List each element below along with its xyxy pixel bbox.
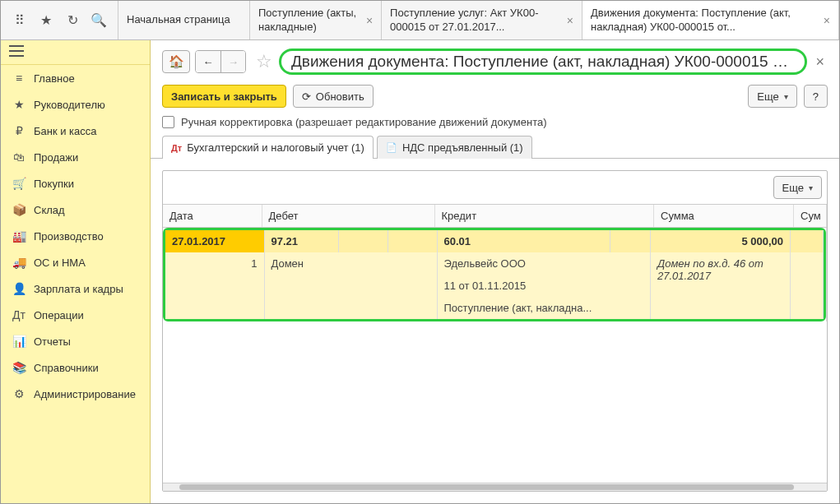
register-tab-label: НДС предъявленный (1) bbox=[402, 141, 523, 154]
cell-debit-acc: 97.21 bbox=[264, 230, 338, 252]
sidebar-item[interactable]: 📦Склад bbox=[1, 197, 150, 223]
table-row[interactable]: 27.01.2017 97.21 60.01 5 000,00 bbox=[165, 230, 824, 252]
sidebar-item[interactable]: 🚚ОС и НМА bbox=[1, 249, 150, 275]
sidebar-item[interactable]: 📚Справочники bbox=[1, 354, 150, 381]
sidebar-item-label: Зарплата и кадры bbox=[34, 283, 123, 295]
horizontal-scrollbar[interactable] bbox=[163, 483, 827, 491]
manual-edit-checkbox[interactable] bbox=[162, 116, 174, 128]
page-title: Движения документа: Поступление (акт, на… bbox=[279, 49, 807, 75]
movements-grid[interactable]: Дата Дебет Кредит Сумма Сум bbox=[163, 204, 827, 321]
sidebar-item-icon: Дт bbox=[12, 308, 26, 321]
sidebar-item-icon: ≡ bbox=[12, 72, 26, 85]
sidebar-item-icon: ★ bbox=[12, 98, 26, 111]
sidebar-item[interactable]: 📊Отчеты bbox=[1, 328, 150, 354]
close-tab-icon[interactable]: × bbox=[824, 14, 830, 27]
cell-credit-sub3: Поступление (акт, накладна... bbox=[437, 297, 651, 319]
sidebar-item-icon: 🚚 bbox=[12, 256, 26, 269]
refresh-button[interactable]: ⟳Обновить bbox=[293, 85, 374, 108]
sidebar-item-icon: 🛍 bbox=[12, 150, 26, 164]
cell-debit-sub1: Домен bbox=[264, 252, 437, 275]
sidebar-item-label: Справочники bbox=[34, 362, 99, 374]
table-row[interactable]: 1 Домен Эдельвейс ООО Домен по вх.д. 46 … bbox=[165, 252, 824, 275]
sidebar-item-icon: 📊 bbox=[12, 335, 26, 348]
window-tab[interactable]: Поступление (акты, накладные)× bbox=[250, 1, 382, 39]
tab-label: Начальная страница bbox=[127, 13, 230, 26]
nav-back-forward: ← → bbox=[195, 50, 246, 73]
sidebar-item-icon: 📦 bbox=[12, 203, 26, 216]
manual-edit-label: Ручная корректировка (разрешает редактир… bbox=[181, 116, 547, 128]
sidebar-item[interactable]: 🛒Покупки bbox=[1, 170, 150, 197]
sidebar-item[interactable]: 👤Зарплата и кадры bbox=[1, 275, 150, 302]
search-icon[interactable]: 🔍 bbox=[91, 13, 106, 28]
cell-date: 27.01.2017 bbox=[165, 230, 264, 252]
history-icon[interactable]: ↻ bbox=[65, 13, 80, 28]
col-credit[interactable]: Кредит bbox=[434, 205, 653, 228]
register-tab-label: Бухгалтерский и налоговый учет (1) bbox=[187, 141, 364, 154]
register-tab[interactable]: 📄НДС предъявленный (1) bbox=[377, 136, 532, 159]
cell-credit-sub2: 11 от 01.11.2015 bbox=[437, 275, 651, 297]
sidebar-item-label: Банк и касса bbox=[34, 125, 97, 137]
sidebar-item-label: Главное bbox=[34, 72, 75, 85]
favorite-star-icon[interactable]: ★ bbox=[39, 13, 53, 28]
cell-credit-acc: 60.01 bbox=[437, 230, 610, 252]
sidebar-item-icon: 👤 bbox=[12, 282, 26, 295]
sidebar-item-label: Операции bbox=[34, 309, 84, 321]
sidebar-item[interactable]: ★Руководителю bbox=[1, 91, 150, 118]
grid-more-label: Еще bbox=[782, 182, 804, 194]
sidebar-item[interactable]: ДтОперации bbox=[1, 302, 150, 328]
sidebar-item-label: Производство bbox=[34, 230, 104, 243]
register-tab[interactable]: ДтБухгалтерский и налоговый учет (1) bbox=[162, 136, 374, 159]
sidebar-item-label: Руководителю bbox=[34, 99, 105, 111]
home-button[interactable]: 🏠 bbox=[162, 50, 190, 73]
cell-sum: 5 000,00 bbox=[651, 230, 791, 252]
col-sum-extra[interactable]: Сум bbox=[794, 205, 827, 228]
save-and-close-label: Записать и закрыть bbox=[171, 90, 277, 103]
help-button[interactable]: ? bbox=[804, 85, 828, 108]
sidebar-item-label: Администрирование bbox=[34, 388, 136, 400]
window-tab[interactable]: Движения документа: Поступление (акт, на… bbox=[582, 1, 839, 39]
sidebar-item-icon: 🏭 bbox=[12, 229, 26, 243]
sidebar-item[interactable]: 🏭Производство bbox=[1, 223, 150, 249]
nav-back-button[interactable]: ← bbox=[196, 51, 220, 72]
save-and-close-button[interactable]: Записать и закрыть bbox=[162, 85, 286, 108]
chevron-down-icon: ▾ bbox=[784, 92, 788, 101]
sidebar-item[interactable]: ⚙Администрирование bbox=[1, 381, 150, 407]
apps-grid-icon[interactable]: ⠿ bbox=[12, 13, 27, 28]
close-form-button[interactable]: × bbox=[812, 53, 828, 71]
cell-credit-sub1: Эдельвейс ООО bbox=[437, 252, 651, 275]
sidebar-item[interactable]: ₽Банк и касса bbox=[1, 118, 150, 144]
sidebar-item[interactable]: ≡Главное bbox=[1, 65, 150, 91]
document-icon: 📄 bbox=[386, 142, 397, 153]
sidebar-item-label: Склад bbox=[34, 204, 65, 216]
tab-label: Поступление услуг: Акт УК00-000015 от 27… bbox=[390, 7, 560, 34]
menu-icon bbox=[9, 45, 24, 57]
cell-line-no: 1 bbox=[165, 252, 264, 275]
window-tab[interactable]: Начальная страница bbox=[118, 1, 250, 39]
window-tab[interactable]: Поступление услуг: Акт УК00-000015 от 27… bbox=[382, 1, 582, 39]
close-tab-icon[interactable]: × bbox=[366, 14, 373, 27]
sidebar-item-label: Отчеты bbox=[34, 335, 71, 348]
cell-comment: Домен по вх.д. 46 от 27.01.2017 bbox=[651, 252, 791, 319]
sidebar-toggle[interactable] bbox=[1, 40, 150, 65]
col-sum[interactable]: Сумма bbox=[654, 205, 794, 228]
sidebar-item-icon: ⚙ bbox=[12, 387, 26, 400]
grid-header: Дата Дебет Кредит Сумма Сум bbox=[163, 205, 827, 228]
col-debit[interactable]: Дебет bbox=[262, 205, 434, 228]
sidebar-item-label: Покупки bbox=[34, 178, 74, 190]
col-date[interactable]: Дата bbox=[163, 205, 262, 228]
close-tab-icon[interactable]: × bbox=[567, 14, 573, 27]
chevron-down-icon: ▾ bbox=[809, 183, 813, 192]
tab-label: Движения документа: Поступление (акт, на… bbox=[591, 7, 817, 34]
grid-more-button[interactable]: Еще▾ bbox=[773, 176, 822, 199]
tab-label: Поступление (акты, накладные) bbox=[258, 7, 360, 34]
sidebar-item-label: ОС и НМА bbox=[34, 257, 86, 269]
sidebar-item-icon: ₽ bbox=[12, 124, 26, 137]
more-label: Еще bbox=[757, 90, 778, 103]
favorite-toggle-icon[interactable]: ☆ bbox=[256, 51, 272, 72]
accounting-icon: Дт bbox=[171, 143, 182, 153]
sidebar-item[interactable]: 🛍Продажи bbox=[1, 144, 150, 170]
sidebar-item-icon: 📚 bbox=[12, 361, 26, 374]
refresh-label: Обновить bbox=[316, 90, 364, 103]
more-button[interactable]: Еще▾ bbox=[748, 85, 796, 108]
nav-forward-button[interactable]: → bbox=[220, 51, 245, 72]
